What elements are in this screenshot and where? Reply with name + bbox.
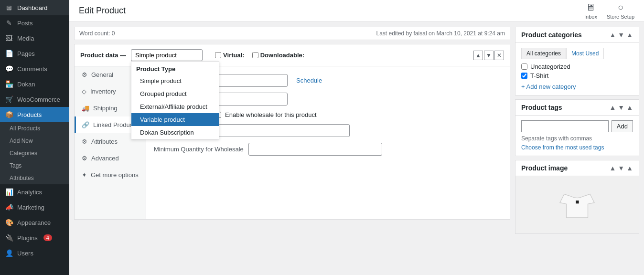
product-image-title: Product image — [521, 164, 568, 172]
tags-title: Product tags — [521, 104, 562, 111]
categories-collapse-up[interactable]: ▲ — [609, 31, 616, 39]
appearance-icon: 🎨 — [5, 219, 13, 226]
dropdown-dokan-sub[interactable]: Dokan Subscription — [131, 126, 219, 139]
wholesale-enable-label: Enable wholesale for this product — [225, 111, 317, 118]
linked-products-icon: 🔗 — [82, 121, 89, 128]
dropdown-external[interactable]: External/Affiliate product — [131, 100, 219, 113]
product-image-collapse-down[interactable]: ▼ — [618, 164, 624, 172]
get-more-icon: ✦ — [82, 171, 87, 179]
tags-input[interactable] — [521, 120, 609, 132]
product-image-collapse-up[interactable]: ▲ — [609, 164, 616, 172]
expand-down-button[interactable]: ▼ — [484, 51, 494, 60]
topbar: Edit Product 🖥 Inbox ○ Store Setup — [69, 0, 644, 22]
sidebar-item-media[interactable]: 🖼 Media — [0, 31, 69, 46]
categories-toggle[interactable]: ▲ — [626, 31, 633, 39]
sidebar-item-analytics[interactable]: 📊 Analytics — [0, 184, 69, 200]
tags-collapse-up[interactable]: ▲ — [609, 104, 616, 111]
products-icon: 📦 — [5, 111, 13, 118]
page-title: Edit Product — [79, 6, 126, 16]
cat-item-tshirt: T-Shirt — [521, 72, 633, 79]
dokan-icon: 🏪 — [5, 80, 13, 88]
tags-used-link[interactable]: Choose from the most used tags — [521, 144, 604, 151]
left-panel: Word count: 0 Last edited by faisal on M… — [74, 27, 510, 270]
tags-body: Add Separate tags with commas Choose fro… — [515, 116, 639, 156]
cat-label-tshirt: T-Shirt — [530, 72, 548, 79]
product-type-select[interactable]: Simple product — [131, 49, 203, 61]
product-image-thumbnail[interactable] — [515, 176, 639, 233]
sidebar-item-plugins[interactable]: 🔌 Plugins 4 — [0, 230, 69, 245]
product-image-controls: ▲ ▼ ▲ — [609, 164, 633, 172]
tags-toggle[interactable]: ▲ — [626, 104, 633, 111]
cat-checkbox-uncategorized[interactable] — [521, 63, 527, 70]
schedule-link[interactable]: Schedule — [296, 77, 322, 84]
woocommerce-icon: 🛒 — [5, 95, 13, 103]
wholesale-price-input[interactable] — [216, 124, 350, 137]
main-area: Edit Product 🖥 Inbox ○ Store Setup Word … — [69, 0, 644, 275]
dropdown-variable[interactable]: Variable product — [131, 113, 219, 126]
sidebar-sub-add-new[interactable]: Add New — [0, 135, 69, 147]
sidebar-item-woocommerce[interactable]: 🛒 WooCommerce — [0, 92, 69, 107]
product-image-header: Product image ▲ ▼ ▲ — [515, 160, 639, 176]
min-qty-input[interactable] — [248, 143, 382, 156]
sidebar-item-pages[interactable]: 📄 Pages — [0, 46, 69, 61]
categories-title: Product categories — [521, 31, 582, 39]
product-image-metabox: Product image ▲ ▼ ▲ — [515, 160, 639, 234]
product-image-toggle[interactable]: ▲ — [626, 164, 633, 172]
categories-controls: ▲ ▼ ▲ — [609, 31, 633, 39]
sidebar-item-comments[interactable]: 💬 Comments — [0, 61, 69, 76]
tab-get-more[interactable]: ✦ Get more options — [75, 167, 146, 183]
virtual-label: Virtual: — [215, 52, 245, 59]
sidebar-item-users[interactable]: 👤 Users — [0, 245, 69, 261]
svg-rect-1 — [576, 201, 579, 203]
category-tabs: All categories Most Used — [521, 48, 633, 59]
sidebar-sub-attributes[interactable]: Attributes — [0, 172, 69, 184]
tags-add-button[interactable]: Add — [612, 120, 633, 132]
tags-header: Product tags ▲ ▼ ▲ — [515, 100, 639, 116]
tab-advanced[interactable]: ⚙ Advanced — [75, 150, 146, 167]
category-list: Uncategorized T-Shirt — [521, 63, 633, 79]
posts-icon: ✎ — [5, 19, 13, 27]
cat-tab-most-used[interactable]: Most Used — [566, 48, 604, 59]
downloadable-label: Downloadable: — [252, 52, 304, 59]
general-icon: ⚙ — [82, 71, 87, 78]
topbar-actions: 🖥 Inbox ○ Store Setup — [584, 2, 634, 20]
virtual-downloadable: Virtual: Downloadable: — [215, 52, 304, 59]
sidebar-item-dokan[interactable]: 🏪 Dokan — [0, 76, 69, 92]
sidebar-item-appearance[interactable]: 🎨 Appearance — [0, 215, 69, 230]
sidebar-item-dashboard[interactable]: ⊞ Dashboard — [0, 0, 69, 15]
sidebar-sub-categories[interactable]: Categories — [0, 147, 69, 159]
virtual-checkbox[interactable] — [215, 52, 221, 58]
sidebar-sub-all-products[interactable]: All Products — [0, 122, 69, 135]
tags-help-text: Separate tags with commas — [521, 135, 633, 142]
categories-collapse-down[interactable]: ▼ — [618, 31, 624, 39]
store-setup-button[interactable]: ○ Store Setup — [607, 2, 634, 20]
marketing-icon: 📣 — [5, 203, 13, 211]
expand-controls: ▲ ▼ ✕ — [473, 51, 504, 60]
cat-label-uncategorized: Uncategorized — [530, 63, 570, 70]
sidebar-item-posts[interactable]: ✎ Posts — [0, 15, 69, 31]
expand-up-button[interactable]: ▲ — [473, 51, 483, 60]
min-qty-label: Minimum Quantity for Wholesale — [154, 146, 244, 153]
store-setup-icon: ○ — [618, 2, 623, 13]
products-submenu: All Products Add New Categories Tags Att… — [0, 122, 69, 184]
right-panel: Product categories ▲ ▼ ▲ All categories … — [515, 27, 639, 270]
product-type-select-container: Simple product Product Type Simple produ… — [131, 49, 203, 61]
tags-collapse-down[interactable]: ▼ — [618, 104, 624, 111]
sidebar-item-marketing[interactable]: 📣 Marketing — [0, 200, 69, 215]
cat-checkbox-tshirt[interactable] — [521, 73, 527, 79]
cat-tab-all[interactable]: All categories — [521, 48, 566, 59]
product-image-body — [515, 176, 639, 233]
tags-input-row: Add — [521, 120, 633, 132]
inbox-button[interactable]: 🖥 Inbox — [584, 2, 597, 20]
sidebar: ⊞ Dashboard ✎ Posts 🖼 Media 📄 Pages 💬 Co… — [0, 0, 69, 275]
dropdown-grouped[interactable]: Grouped product — [131, 87, 219, 100]
expand-close-button[interactable]: ✕ — [494, 51, 504, 60]
add-category-link[interactable]: + Add new category — [521, 83, 576, 90]
sidebar-sub-tags[interactable]: Tags — [0, 159, 69, 172]
content-area: Word count: 0 Last edited by faisal on M… — [69, 22, 644, 275]
comments-icon: 💬 — [5, 65, 13, 73]
downloadable-checkbox[interactable] — [252, 52, 258, 58]
dropdown-simple[interactable]: Simple product — [131, 74, 219, 87]
shipping-icon: 🚚 — [82, 105, 89, 112]
sidebar-item-products[interactable]: 📦 Products — [0, 107, 69, 122]
